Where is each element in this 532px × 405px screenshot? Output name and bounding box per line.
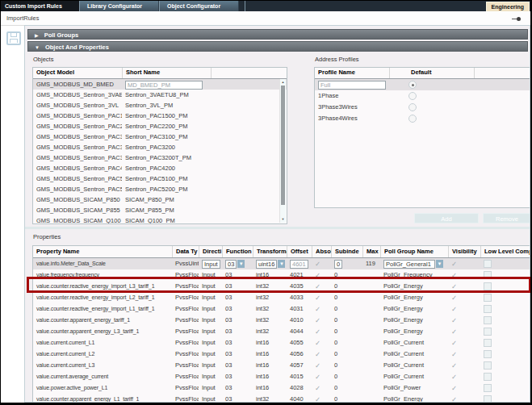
check-icon[interactable]: ✓: [451, 395, 457, 403]
col-header-property-name[interactable]: Property Name: [33, 246, 172, 257]
object-row[interactable]: GMS_MODBUS_Sentron_3VLSentron_3VL_PM: [33, 100, 287, 111]
section-header-object-and-properties[interactable]: ▼Object And Properties: [27, 41, 528, 52]
check-icon[interactable]: ✓: [315, 316, 320, 324]
low-level-checkbox[interactable]: [484, 316, 492, 324]
subindex-input[interactable]: 0: [334, 260, 342, 269]
check-icon[interactable]: ✓: [451, 350, 457, 358]
low-level-checkbox[interactable]: [484, 373, 492, 381]
low-level-checkbox[interactable]: [484, 305, 492, 313]
dropdown-icon[interactable]: ▼: [436, 260, 443, 268]
object-row[interactable]: GMS_MODBUS_MD_BMEDMD_BMED_PM: [33, 79, 287, 90]
col-header-absolute[interactable]: Absolu: [312, 246, 331, 257]
default-radio[interactable]: [408, 115, 417, 123]
profile-row[interactable]: 3Phase3Wires: [315, 102, 530, 113]
low-level-checkbox[interactable]: [484, 350, 492, 358]
tab-object-configurator[interactable]: Object Configurator: [159, 1, 239, 11]
col-header-poll-group-name[interactable]: Poll Group Name: [380, 246, 448, 257]
dropdown-icon[interactable]: ▼: [237, 260, 245, 268]
check-icon[interactable]: ✓: [451, 271, 457, 279]
property-row[interactable]: value.power.active_power_L1PvssFloaInput…: [33, 382, 530, 394]
poll-group-input[interactable]: PollGr_General1: [383, 260, 435, 269]
offset-input[interactable]: 4601: [290, 260, 308, 269]
col-header-empty[interactable]: [211, 68, 287, 78]
col-header-max[interactable]: Max S: [362, 246, 380, 257]
check-icon[interactable]: ✓: [451, 305, 457, 313]
property-row[interactable]: value.counter.reactive_energy_import_L3_…: [33, 281, 530, 292]
profile-row[interactable]: Full: [315, 79, 530, 90]
property-row[interactable]: value.current.current_L2PvssFloaInput03i…: [33, 349, 530, 360]
property-row[interactable]: value.counter.apparent_energy_L3_tariff_…: [33, 326, 530, 337]
property-row[interactable]: value.current.current_L3PvssFloaInput03i…: [33, 360, 530, 371]
check-icon[interactable]: ✓: [451, 339, 457, 347]
object-row[interactable]: GMS_MODBUS_Sentron_PAC5100Sentron_PAC510…: [33, 173, 287, 184]
check-icon[interactable]: ✓: [315, 282, 320, 290]
check-icon[interactable]: ✓: [315, 328, 320, 336]
col-header-empty[interactable]: [474, 68, 530, 78]
dropdown-icon[interactable]: ▼: [278, 260, 285, 268]
property-row[interactable]: value.info.Meter_Data_ScalePvssUintInput…: [33, 258, 530, 269]
remove-button[interactable]: Remove: [483, 213, 530, 223]
tab-library-configurator[interactable]: Library Configurator: [79, 1, 159, 11]
check-icon[interactable]: ✓: [451, 316, 457, 324]
object-row[interactable]: GMS_MODBUS_Sentron_PAC3200Sentron_PAC320…: [33, 142, 287, 152]
profile-row[interactable]: 1Phase: [315, 90, 530, 102]
check-icon[interactable]: ✓: [315, 305, 320, 313]
check-icon[interactable]: ✓: [451, 294, 457, 302]
col-header-data-type[interactable]: Data Ty: [172, 246, 199, 257]
col-header-visibility[interactable]: Visibility: [448, 246, 480, 257]
default-radio[interactable]: [408, 92, 417, 100]
scroll-down-icon[interactable]: ▼: [280, 216, 286, 223]
low-level-checkbox[interactable]: [484, 395, 492, 403]
low-level-checkbox[interactable]: [484, 361, 492, 370]
property-row[interactable]: value.current.average_currentPvssFloaInp…: [33, 371, 530, 382]
check-icon[interactable]: ✓: [315, 294, 320, 302]
check-icon[interactable]: ✓: [451, 384, 457, 392]
scroll-thumb[interactable]: [281, 86, 285, 205]
save-button[interactable]: [6, 31, 21, 45]
col-header-direction[interactable]: Directi: [199, 246, 222, 257]
col-header-object-model[interactable]: Object Model: [33, 68, 122, 78]
objects-scrollbar[interactable]: ▲ ▼: [279, 79, 286, 223]
check-icon[interactable]: ✓: [451, 361, 457, 370]
property-row[interactable]: value.counter.reactive_energy_import_L2_…: [33, 292, 530, 303]
object-row[interactable]: GMS_MODBUS_Sentron_PAC4200Sentron_PAC420…: [33, 163, 287, 173]
col-header-transformation[interactable]: Transforma: [253, 246, 287, 257]
profile-name-input[interactable]: Full: [318, 81, 386, 90]
object-row[interactable]: GMS_MODBUS_Sentron_PAC2200Sentron_PAC220…: [33, 121, 287, 132]
col-header-subindex[interactable]: Subinde: [331, 246, 362, 257]
object-row[interactable]: GMS_MODBUS_Sentron_PAC5200Sentron_PAC520…: [33, 184, 287, 194]
col-header-profile-name[interactable]: Profile Name: [315, 68, 389, 78]
check-icon[interactable]: ✓: [315, 373, 320, 381]
check-icon[interactable]: ✓: [451, 373, 457, 381]
col-header-function[interactable]: Function: [222, 246, 253, 257]
check-icon[interactable]: ✓: [315, 350, 320, 358]
transformation-input[interactable]: uint16: [256, 260, 277, 269]
low-level-checkbox[interactable]: [484, 328, 492, 336]
tab-custom-import-rules[interactable]: Custom Import Rules: [1, 1, 79, 11]
col-header-short-name[interactable]: Short Name: [122, 68, 211, 78]
property-row[interactable]: value.frequency.frequencyPvssFloaInput03…: [33, 269, 530, 281]
object-row[interactable]: GMS_MODBUS_SICAM_P850SICAM_P850_PM: [33, 194, 287, 205]
object-row[interactable]: GMS_MODBUS_Sentron_PAC3100Sentron_PAC310…: [33, 132, 287, 142]
low-level-checkbox[interactable]: [484, 339, 492, 347]
low-level-checkbox[interactable]: [484, 260, 492, 268]
function-input[interactable]: 03: [225, 260, 237, 269]
short-name-input[interactable]: MD_BMED_PM: [125, 81, 203, 90]
add-button[interactable]: Add: [414, 213, 479, 223]
check-icon[interactable]: ✓: [315, 361, 320, 370]
check-icon[interactable]: ✓: [451, 260, 457, 268]
col-header-low-level-comp[interactable]: Low Level Comp: [480, 246, 530, 257]
low-level-checkbox[interactable]: [484, 271, 492, 279]
direction-input[interactable]: Input: [202, 260, 220, 269]
default-radio[interactable]: [408, 103, 417, 111]
profile-row[interactable]: 3Phase4Wires: [315, 113, 530, 124]
property-row[interactable]: value.counter.reactive_energy_import_L1_…: [33, 303, 530, 315]
low-level-checkbox[interactable]: [484, 282, 492, 290]
col-header-offset[interactable]: Offset: [287, 246, 312, 257]
section-header-poll-groups[interactable]: ▶Poll Groups: [27, 29, 528, 40]
default-radio[interactable]: [408, 81, 417, 89]
check-icon[interactable]: ✓: [315, 384, 320, 392]
object-row[interactable]: GMS_MODBUS_Sentron_PAC3200TSentron_PAC32…: [33, 152, 287, 163]
property-row[interactable]: value.current.current_L1PvssFloaInput03i…: [33, 337, 530, 349]
check-icon[interactable]: ✓: [315, 395, 320, 403]
